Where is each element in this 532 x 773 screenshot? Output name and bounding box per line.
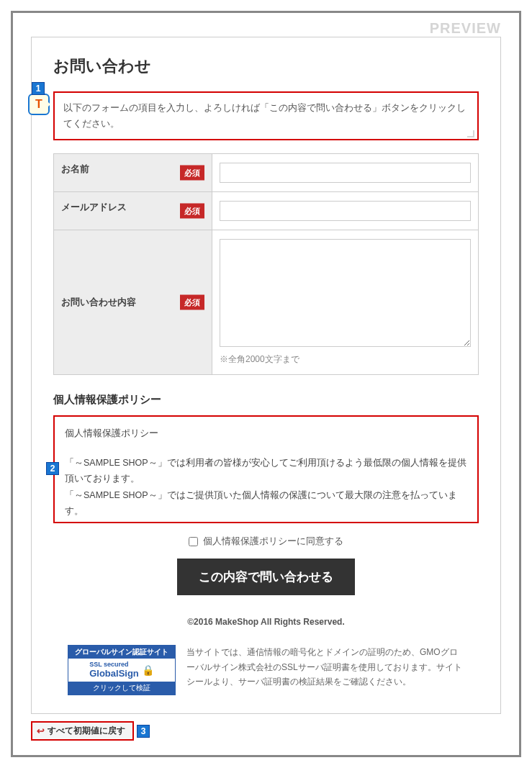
submit-button[interactable]: この内容で問い合わせる — [177, 559, 355, 595]
char-limit-note: ※全角2000文字まで — [220, 353, 471, 366]
email-input[interactable] — [220, 201, 471, 221]
body-input-cell: ※全角2000文字まで — [212, 230, 479, 375]
policy-line: 「～SAMPLE SHOP～」では利用者の皆様が安心してご利用頂けるよう最低限の… — [65, 455, 467, 487]
email-label: メールアドレス — [61, 202, 127, 212]
agree-label: 個人情報保護ポリシーに同意する — [203, 535, 343, 546]
name-label: お名前 — [61, 163, 89, 174]
name-input[interactable] — [220, 163, 471, 183]
required-badge: 必須 — [180, 295, 204, 310]
table-row: お名前 必須 — [54, 154, 479, 192]
body-label-cell: お問い合わせ内容 必須 — [54, 230, 212, 375]
text-edit-icon: T — [28, 94, 50, 115]
email-label-cell: メールアドレス 必須 — [54, 192, 212, 230]
intro-text-box[interactable]: 以下のフォームの項目を入力し、よろしければ「この内容で問い合わせる」ボタンをクリ… — [53, 91, 479, 140]
policy-wrapper: 2 個人情報保護ポリシー 「～SAMPLE SHOP～」では利用者の皆様が安心し… — [53, 415, 479, 523]
required-badge: 必須 — [180, 204, 204, 219]
undo-arrow-icon: ↩ — [37, 725, 45, 736]
reset-row: ↩ すべて初期値に戻す 3 — [31, 721, 134, 741]
policy-line: 「～SAMPLE SHOP～」の個人情報保護についての考え方は以下の通りです。 — [65, 520, 467, 524]
policy-scrollbox[interactable]: 個人情報保護ポリシー 「～SAMPLE SHOP～」では利用者の皆様が安心してご… — [53, 415, 479, 523]
policy-section-title: 個人情報保護ポリシー — [53, 393, 479, 407]
preview-watermark: PREVIEW — [430, 20, 501, 37]
ssl-seal[interactable]: グローバルサイン認証サイト SSL secured GlobalSign 🔒 ク… — [68, 645, 176, 695]
name-input-cell — [212, 154, 479, 192]
table-row: メールアドレス 必須 — [54, 192, 479, 230]
ssl-seal-mid: SSL secured GlobalSign 🔒 — [68, 659, 175, 682]
name-label-cell: お名前 必須 — [54, 154, 212, 192]
intro-wrapper: 1 T 以下のフォームの項目を入力し、よろしければ「この内容で問い合わせる」ボタ… — [53, 91, 479, 140]
email-input-cell — [212, 192, 479, 230]
ssl-description: 当サイトでは、通信情報の暗号化とドメインの証明のため、GMOグローバルサイン株式… — [186, 645, 464, 695]
policy-heading: 個人情報保護ポリシー — [65, 425, 467, 442]
ssl-row: グローバルサイン認証サイト SSL secured GlobalSign 🔒 ク… — [53, 645, 479, 695]
ssl-globalsign-text: GlobalSign — [89, 669, 139, 679]
content-card: お問い合わせ 1 T 以下のフォームの項目を入力し、よろしければ「この内容で問い… — [31, 37, 501, 714]
required-badge: 必須 — [180, 166, 204, 181]
agree-row: 個人情報保護ポリシーに同意する — [53, 535, 479, 548]
lock-icon: 🔒 — [142, 664, 154, 676]
submit-row: この内容で問い合わせる — [53, 559, 479, 595]
callout-2-badge: 2 — [46, 462, 59, 475]
copyright-text: ©2016 MakeShop All Rights Reserved. — [53, 617, 479, 627]
agree-checkbox[interactable] — [189, 537, 198, 546]
callout-1-badge: 1 — [32, 82, 45, 95]
inquiry-form-table: お名前 必須 メールアドレス 必須 お問い合わせ内容 必 — [53, 153, 479, 375]
callout-3-badge: 3 — [137, 725, 150, 738]
preview-frame: PREVIEW お問い合わせ 1 T 以下のフォームの項目を入力し、よろしければ… — [11, 11, 521, 757]
ssl-seal-bottom: クリックして検証 — [68, 682, 175, 695]
body-textarea[interactable] — [220, 239, 471, 347]
reset-button[interactable]: ↩ すべて初期値に戻す — [31, 721, 134, 741]
reset-button-label: すべて初期値に戻す — [48, 725, 125, 737]
ssl-seal-top: グローバルサイン認証サイト — [68, 646, 175, 659]
table-row: お問い合わせ内容 必須 ※全角2000文字まで — [54, 230, 479, 375]
page-title: お問い合わせ — [53, 55, 479, 77]
body-label: お問い合わせ内容 — [61, 297, 136, 307]
policy-line: 「～SAMPLE SHOP～」ではご提供頂いた個人情報の保護について最大限の注意… — [65, 487, 467, 520]
